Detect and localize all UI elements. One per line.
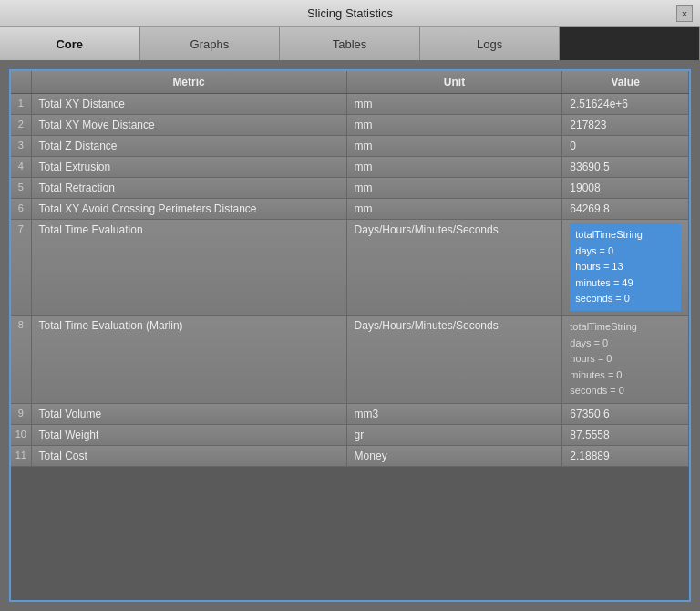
- cell-value: 217823: [562, 115, 689, 136]
- cell-unit: mm: [346, 157, 562, 178]
- cell-metric: Total Extrusion: [31, 157, 346, 178]
- cell-value: totalTimeString days = 0 hours = 13 minu…: [562, 220, 689, 316]
- table-row: 4Total Extrusionmm83690.5: [11, 157, 689, 178]
- tab-extra[interactable]: [560, 27, 700, 60]
- cell-unit: mm: [346, 136, 562, 157]
- row-number: 10: [11, 424, 31, 445]
- col-metric: Metric: [31, 71, 346, 94]
- cell-metric: Total XY Avoid Crossing Perimeters Dista…: [31, 199, 346, 220]
- cell-unit: Days/Hours/Minutes/Seconds: [346, 220, 562, 316]
- cell-metric: Total Cost: [31, 445, 346, 466]
- table-row: 1Total XY Distancemm2.51624e+6: [11, 94, 689, 115]
- table-row: 11Total CostMoney2.18889: [11, 445, 689, 466]
- statistics-table-container: Metric Unit Value 1Total XY Distancemm2.…: [9, 69, 691, 602]
- table-row: 6Total XY Avoid Crossing Perimeters Dist…: [11, 199, 689, 220]
- table-row: 5Total Retractionmm19008: [11, 178, 689, 199]
- col-unit: Unit: [346, 71, 562, 94]
- statistics-table: Metric Unit Value 1Total XY Distancemm2.…: [11, 71, 689, 467]
- multiline-value: totalTimeString days = 0 hours = 13 minu…: [570, 223, 681, 311]
- cell-metric: Total Weight: [31, 424, 346, 445]
- tab-bar: Core Graphs Tables Logs: [0, 27, 700, 60]
- cell-value: 19008: [562, 178, 689, 199]
- cell-value: 83690.5: [562, 157, 689, 178]
- row-number: 9: [11, 403, 31, 424]
- close-button[interactable]: ×: [676, 5, 693, 22]
- cell-metric: Total Time Evaluation (Marlin): [31, 315, 346, 403]
- multiline-value: totalTimeString days = 0 hours = 0 minut…: [570, 319, 681, 399]
- tab-tables[interactable]: Tables: [280, 27, 420, 60]
- table-row: 2Total XY Move Distancemm217823: [11, 115, 689, 136]
- table-row: 7Total Time EvaluationDays/Hours/Minutes…: [11, 220, 689, 316]
- row-number: 2: [11, 115, 31, 136]
- cell-value: 87.5558: [562, 424, 689, 445]
- cell-metric: Total Volume: [31, 403, 346, 424]
- table-row: 10Total Weightgr87.5558: [11, 424, 689, 445]
- cell-metric: Total Time Evaluation: [31, 220, 346, 316]
- row-number: 11: [11, 445, 31, 466]
- table-row: 8Total Time Evaluation (Marlin)Days/Hour…: [11, 315, 689, 403]
- cell-metric: Total Retraction: [31, 178, 346, 199]
- row-number: 4: [11, 157, 31, 178]
- cell-unit: mm: [346, 199, 562, 220]
- main-content: Metric Unit Value 1Total XY Distancemm2.…: [0, 60, 700, 611]
- cell-unit: gr: [346, 424, 562, 445]
- cell-value: 64269.8: [562, 199, 689, 220]
- row-number: 1: [11, 94, 31, 115]
- cell-unit: mm3: [346, 403, 562, 424]
- tab-graphs[interactable]: Graphs: [140, 27, 281, 60]
- row-number: 8: [11, 315, 31, 403]
- cell-value: totalTimeString days = 0 hours = 0 minut…: [562, 315, 689, 403]
- row-number: 3: [11, 136, 31, 157]
- cell-unit: Money: [346, 445, 562, 466]
- table-row: 3Total Z Distancemm0: [11, 136, 689, 157]
- cell-value: 0: [562, 136, 689, 157]
- row-number: 5: [11, 178, 31, 199]
- row-number: 7: [11, 220, 31, 316]
- cell-unit: mm: [346, 178, 562, 199]
- tab-core[interactable]: Core: [0, 27, 140, 60]
- col-value: Value: [562, 71, 689, 94]
- cell-value: 2.51624e+6: [562, 94, 689, 115]
- cell-metric: Total XY Distance: [31, 94, 346, 115]
- cell-value: 67350.6: [562, 403, 689, 424]
- col-num: [11, 71, 31, 94]
- cell-metric: Total Z Distance: [31, 136, 346, 157]
- table-row: 9Total Volumemm367350.6: [11, 403, 689, 424]
- cell-unit: mm: [346, 94, 562, 115]
- cell-value: 2.18889: [562, 445, 689, 466]
- cell-unit: Days/Hours/Minutes/Seconds: [346, 315, 562, 403]
- title-bar: Slicing Statistics ×: [0, 0, 700, 27]
- cell-metric: Total XY Move Distance: [31, 115, 346, 136]
- window-title: Slicing Statistics: [307, 6, 393, 20]
- table-header-row: Metric Unit Value: [11, 71, 689, 94]
- cell-unit: mm: [346, 115, 562, 136]
- tab-logs[interactable]: Logs: [420, 27, 561, 60]
- row-number: 6: [11, 199, 31, 220]
